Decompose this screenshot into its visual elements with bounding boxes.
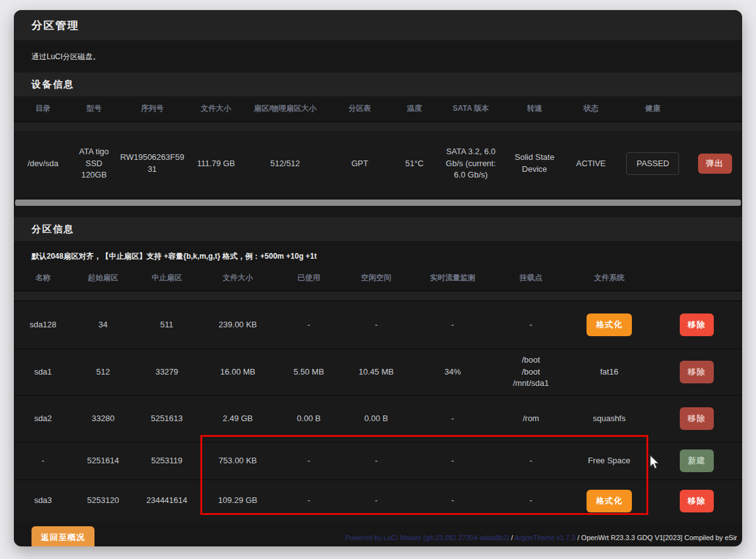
start-sector: 5253120: [72, 480, 134, 521]
start-sector: 33280: [72, 395, 134, 442]
device-section-title: 设备信息: [32, 79, 74, 91]
device-status: ACTIVE: [564, 131, 619, 196]
filesystem-type: Free Space: [568, 442, 651, 480]
partition-row-sda1: sda1 512 33279 16.00 MB 5.50 MB 10.45 MB…: [14, 349, 742, 395]
col-sector-size: 扇区/物理扇区大小: [243, 96, 327, 121]
credit-separator: /: [509, 534, 515, 541]
page-title: 分区管理: [32, 18, 79, 33]
format-button[interactable]: 格式化: [587, 490, 632, 512]
mount-point: -: [495, 301, 568, 349]
partition-size: 109.29 GB: [200, 480, 276, 521]
filesystem-type: fat16: [568, 349, 651, 395]
device-size: 111.79 GB: [188, 131, 243, 196]
traffic-monitor: 34%: [411, 349, 495, 395]
col-free: 空闲空间: [341, 266, 411, 291]
col-health: 健康: [618, 96, 687, 121]
mount-point: -: [495, 480, 568, 521]
mount-point: -: [495, 442, 568, 480]
partition-row-free-space: - 5251614 5253119 753.00 KB - - - - Free…: [14, 442, 742, 480]
remove-button[interactable]: 移除: [680, 407, 714, 430]
credit-separator: /: [575, 534, 581, 541]
col-status: 状态: [564, 96, 619, 121]
argon-theme-link[interactable]: ArgonTheme v1.7.3: [515, 534, 576, 541]
traffic-monitor: -: [411, 301, 495, 349]
end-sector: 5253119: [134, 442, 200, 480]
col-model: 型号: [72, 96, 115, 121]
col-partition-table: 分区表: [327, 96, 392, 121]
used-space: 0.00 B: [276, 395, 341, 442]
filesystem-type: squashfs: [568, 395, 651, 442]
traffic-monitor: -: [411, 442, 495, 480]
col-end-sector: 中止扇区: [134, 266, 200, 291]
free-space: -: [341, 301, 411, 349]
partition-name: sda128: [14, 301, 72, 349]
partition-size: 239.00 KB: [200, 301, 276, 349]
horizontal-scrollbar-thumb[interactable]: [15, 200, 741, 206]
col-mount-point: 挂载点: [495, 266, 568, 291]
device-rotation: Solid State Device: [505, 131, 563, 196]
traffic-monitor: -: [411, 395, 495, 442]
back-to-overview-button[interactable]: 返回至概况: [32, 526, 94, 546]
col-name: 名称: [14, 266, 72, 291]
eject-button[interactable]: 弹出: [698, 154, 732, 174]
end-sector: 511: [134, 301, 200, 349]
col-temperature: 温度: [392, 96, 436, 121]
partition-table-spacer-row: [14, 291, 742, 301]
end-sector: 5251613: [134, 395, 200, 442]
device-temperature: 51°C: [392, 131, 436, 196]
page-description: 通过LuCI分区磁盘。: [14, 40, 742, 72]
col-filesystem: 文件系统: [568, 266, 651, 291]
new-partition-button[interactable]: 新建: [680, 449, 714, 472]
partition-name: sda1: [14, 349, 72, 395]
col-device-actions: [687, 96, 742, 121]
end-sector: 33279: [134, 349, 200, 395]
device-sata-version: SATA 3.2, 6.0 Gb/s (current: 6.0 Gb/s): [436, 131, 505, 196]
col-traffic: 实时流量监测: [411, 266, 495, 291]
remove-button[interactable]: 移除: [680, 490, 714, 512]
start-sector: 5251614: [72, 442, 134, 480]
mount-point: /boot /boot /mnt/sda1: [495, 349, 568, 395]
col-rotation: 转速: [505, 96, 563, 121]
remove-button[interactable]: 移除: [680, 361, 714, 383]
partition-name: -: [14, 442, 72, 480]
end-sector: 234441614: [134, 480, 200, 521]
device-path: /dev/sda: [14, 131, 72, 196]
start-sector: 512: [72, 349, 134, 395]
device-row: /dev/sda ATA tigo SSD 120GB RW19506263F5…: [14, 131, 742, 196]
format-button[interactable]: 格式化: [587, 313, 632, 336]
partition-table-header-row: 名称 起始扇区 中止扇区 文件大小 已使用 空闲空间 实时流量监测 挂载点 文件…: [14, 266, 742, 291]
device-partition-table: GPT: [327, 131, 392, 196]
col-file-size: 文件大小: [188, 96, 243, 121]
used-space: -: [276, 442, 341, 480]
partition-table: 名称 起始扇区 中止扇区 文件大小 已使用 空闲空间 实时流量监测 挂载点 文件…: [14, 266, 742, 521]
col-part-size: 文件大小: [200, 266, 276, 291]
partition-note: 默认2048扇区对齐，【中止扇区】支持 +容量{b,k,m,g,t} 格式，例：…: [32, 251, 724, 262]
partition-size: 16.00 MB: [200, 349, 276, 395]
free-space: -: [341, 442, 411, 480]
device-sectors: 512/512: [243, 131, 327, 196]
device-table-header-row: 目录 型号 序列号 文件大小 扇区/物理扇区大小 分区表 温度 SATA 版本 …: [14, 96, 742, 121]
device-table: 目录 型号 序列号 文件大小 扇区/物理扇区大小 分区表 温度 SATA 版本 …: [14, 96, 742, 196]
remove-button[interactable]: 移除: [680, 313, 714, 336]
start-sector: 34: [72, 301, 134, 349]
col-used: 已使用: [276, 266, 341, 291]
free-space: -: [341, 480, 411, 521]
health-badge: PASSED: [626, 152, 679, 176]
partition-section-header: 分区信息: [14, 217, 742, 241]
page-title-bar: 分区管理: [14, 10, 742, 40]
col-part-actions: [651, 266, 742, 291]
luci-panel: 分区管理 通过LuCI分区磁盘。 设备信息 目录 型号 序列号 文件大小 扇区/…: [14, 10, 742, 546]
traffic-monitor: -: [411, 480, 495, 521]
device-model: ATA tigo SSD 120GB: [72, 131, 115, 196]
mount-point: /rom: [495, 395, 568, 442]
used-space: -: [276, 480, 341, 521]
col-start-sector: 起始扇区: [72, 266, 134, 291]
luci-credit-link[interactable]: Powered by LuCI Master (git-23.082.27304…: [345, 534, 510, 541]
free-space: 0.00 B: [341, 395, 411, 442]
col-serial: 序列号: [116, 96, 189, 121]
partition-size: 753.00 KB: [200, 442, 276, 480]
partition-section-title: 分区信息: [32, 223, 74, 235]
device-table-spacer-row: [14, 121, 742, 131]
used-space: 5.50 MB: [276, 349, 341, 395]
partition-name: sda3: [14, 480, 72, 521]
